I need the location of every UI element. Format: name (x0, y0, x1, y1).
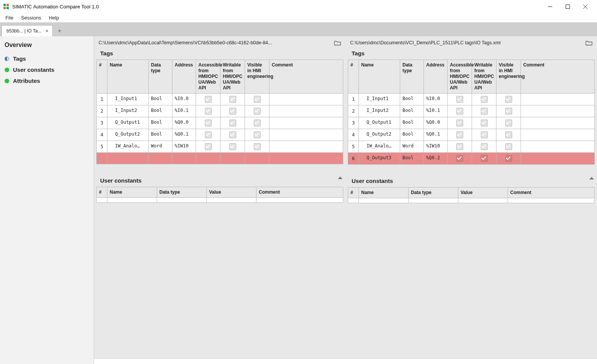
table-row[interactable]: 3Q_Output1Bool%Q0.0 (97, 117, 343, 129)
right-tags-table[interactable]: # Name Data type Address Accessible from… (348, 60, 595, 165)
status-equal-icon (5, 68, 9, 72)
table-row[interactable]: 5IW_Analo…Word%IW10 (348, 141, 595, 153)
table-row[interactable]: 3Q_Output1Bool%Q0.0 (348, 117, 595, 129)
col-comment[interactable]: Comment (521, 60, 595, 94)
checkbox-icon (481, 108, 488, 115)
table-row[interactable] (348, 198, 595, 203)
open-folder-icon[interactable] (586, 40, 592, 45)
checkbox-icon (481, 96, 488, 103)
menu-sessions[interactable]: Sessions (17, 14, 45, 21)
col-name[interactable]: Name (359, 60, 400, 94)
col-writable[interactable]: Writable from HMI/OPC UA/Web API (221, 60, 245, 94)
cell-writable (221, 94, 245, 105)
footer-tabs[interactable] (94, 358, 597, 364)
col-num[interactable]: # (348, 60, 359, 94)
left-pane: C:\Users\dmc\AppData\Local\Temp\Siemens\… (94, 36, 346, 358)
cell-type: Bool (400, 105, 424, 117)
left-tags-table[interactable]: # Name Data type Address Accessible from… (96, 60, 343, 164)
cell-type: Word (400, 141, 424, 153)
table-row[interactable]: 5IW_Analo…Word%IW10 (97, 141, 343, 153)
col-num[interactable]: # (348, 188, 359, 198)
col-name[interactable]: Name (107, 187, 157, 198)
checkbox-icon (456, 131, 463, 138)
col-addr[interactable]: Address (424, 60, 448, 94)
cell-visible (245, 141, 269, 153)
col-comment[interactable]: Comment (508, 188, 595, 198)
svg-rect-2 (3, 7, 6, 9)
cell-num: 1 (97, 94, 107, 105)
col-comment[interactable]: Comment (256, 187, 343, 198)
cell-visible (245, 117, 269, 129)
cell-comment (521, 153, 595, 165)
col-comment[interactable]: Comment (269, 60, 343, 94)
cell-name: Q_Output2 (359, 129, 400, 141)
cell-type: Bool (149, 129, 172, 141)
expand-up-icon[interactable] (589, 177, 594, 180)
titlebar: SIMATIC Automation Compare Tool 1.0 (0, 0, 597, 13)
col-num[interactable]: # (97, 60, 107, 94)
checkbox-icon (505, 120, 512, 126)
table-row[interactable]: 6Q_Output3Bool%Q0.2 (348, 153, 595, 165)
col-value[interactable]: Value (207, 187, 256, 198)
col-writable[interactable]: Writable from HMI/OPC UA/Web API (472, 60, 496, 94)
close-button[interactable] (576, 0, 594, 13)
menubar: File Sessions Help (0, 13, 597, 23)
cell-num: 5 (97, 141, 107, 153)
minimize-button[interactable] (541, 0, 559, 13)
col-num[interactable]: # (97, 187, 107, 198)
col-type[interactable]: Data type (400, 60, 424, 94)
tab-add-button[interactable]: + (54, 26, 65, 36)
tab-close-icon[interactable]: × (45, 28, 49, 34)
col-visible[interactable]: Visible in HMI engineering (496, 60, 521, 94)
cell-num: 6 (348, 153, 359, 165)
checkbox-icon (229, 108, 236, 115)
cell-writable (221, 105, 245, 117)
cell-writable (472, 141, 496, 153)
menu-file[interactable]: File (2, 14, 17, 21)
checkbox-icon (505, 131, 512, 138)
cell-addr: %IW10 (424, 141, 448, 153)
checkbox-icon (229, 131, 236, 138)
col-addr[interactable]: Address (172, 60, 196, 94)
table-row-empty-diff[interactable] (97, 153, 343, 164)
checkbox-icon (205, 96, 212, 103)
col-accessible[interactable]: Accessible from HMI/OPC UA/Web API (196, 60, 221, 94)
col-value[interactable]: Value (458, 188, 508, 198)
sidebar-item-tags[interactable]: Tags (3, 53, 91, 64)
table-row[interactable]: 4Q_Output2Bool%Q0.1 (348, 129, 595, 141)
cell-addr: %Q0.0 (172, 117, 196, 129)
col-type[interactable]: Data type (157, 187, 207, 198)
col-visible[interactable]: Visible in HMI engineering (245, 60, 269, 94)
menu-help[interactable]: Help (45, 14, 63, 21)
sidebar-item-attributes[interactable]: Attributes (3, 75, 91, 86)
cell-writable (221, 141, 245, 153)
open-folder-icon[interactable] (334, 40, 341, 45)
cell-accessible (196, 117, 221, 129)
table-row[interactable]: 4Q_Output2Bool%Q0.1 (97, 129, 343, 141)
cell-accessible (448, 129, 472, 141)
cell-type: Bool (400, 153, 424, 165)
col-type[interactable]: Data type (409, 188, 458, 198)
right-uc-table[interactable]: # Name Data type Value Comment (348, 187, 595, 203)
cell-writable (472, 105, 496, 117)
expand-up-icon[interactable] (338, 176, 342, 179)
col-name[interactable]: Name (359, 188, 409, 198)
col-name[interactable]: Name (107, 60, 149, 94)
cell-visible (245, 129, 269, 141)
table-row[interactable]: 1I_Input1Bool%I0.0 (97, 94, 343, 105)
cell-type: Bool (149, 105, 172, 117)
cell-writable (472, 94, 496, 105)
cell-num: 4 (348, 129, 359, 141)
session-tab[interactable]: b53bb... | IO Ta... × (2, 25, 53, 36)
cell-name: IW_Analo… (107, 141, 149, 153)
left-uc-table[interactable]: # Name Data type Value Comment (96, 187, 343, 203)
col-accessible[interactable]: Accessible from HMI/OPC UA/Web API (448, 60, 472, 94)
table-row[interactable]: 2I_Input2Bool%I0.1 (97, 105, 343, 117)
table-row[interactable]: 1I_Input1Bool%I0.0 (348, 94, 595, 105)
col-type[interactable]: Data type (149, 60, 172, 94)
table-row[interactable] (97, 198, 343, 203)
checkbox-icon (456, 120, 463, 126)
maximize-button[interactable] (559, 0, 576, 13)
sidebar-item-user-constants[interactable]: User constants (3, 64, 91, 75)
table-row[interactable]: 2I_Input2Bool%I0.1 (348, 105, 595, 117)
